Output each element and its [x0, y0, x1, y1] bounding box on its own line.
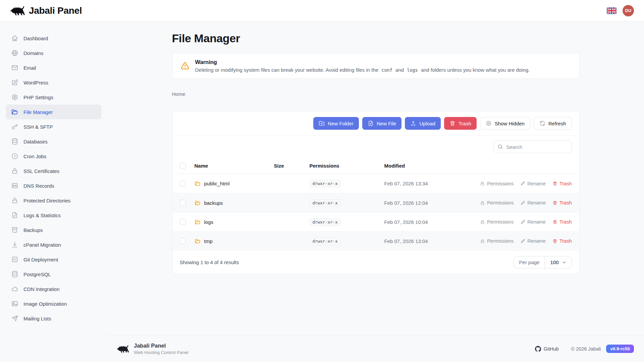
footer-tagline: Web Hosting Control Panel	[134, 350, 189, 355]
row-checkbox[interactable]	[180, 200, 186, 206]
table-header: Name Size Permissions Modified	[172, 158, 579, 174]
sidebar-item[interactable]: Domains	[6, 46, 101, 60]
sidebar-item[interactable]: DNS Records	[6, 178, 101, 193]
row-checkbox[interactable]	[180, 238, 186, 244]
uk-flag-icon[interactable]	[607, 7, 616, 14]
sidebar-item-label: Protected Directories	[23, 198, 70, 203]
file-name-cell[interactable]: public_html	[195, 180, 274, 187]
warning-title: Warning	[195, 59, 530, 65]
sidebar-item[interactable]: Cron Jobs	[6, 149, 101, 164]
sidebar-item[interactable]: File Manager	[6, 105, 101, 119]
row-checkbox[interactable]	[180, 181, 186, 187]
folder-plus-icon	[319, 120, 325, 126]
sidebar-item-label: SSH & SFTP	[23, 124, 53, 130]
permissions-action[interactable]: Permissions	[480, 238, 514, 244]
sidebar-item-label: PHP Settings	[23, 95, 53, 100]
image-icon	[11, 300, 18, 307]
sidebar-item[interactable]: Dashboard	[6, 31, 101, 46]
refresh-icon	[539, 120, 545, 126]
sidebar-item[interactable]: SSH & SFTP	[6, 119, 101, 134]
permissions-action[interactable]: Permissions	[480, 200, 514, 205]
trash-action[interactable]: Trash	[552, 200, 572, 205]
show-hidden-button[interactable]: Show Hidden	[480, 117, 530, 130]
row-actions: Permissions Rename Trash	[480, 238, 572, 244]
row-checkbox[interactable]	[180, 219, 186, 225]
sidebar-item[interactable]: Git Deployment	[6, 252, 101, 267]
sidebar-item-label: Mailing Lists	[23, 316, 51, 321]
sidebar-item[interactable]: Logs & Statistics	[6, 208, 101, 223]
file-name-cell[interactable]: backups	[195, 200, 274, 206]
breadcrumb[interactable]: Home	[172, 91, 185, 97]
column-name: Name	[195, 163, 274, 169]
sidebar-item[interactable]: Backups	[6, 223, 101, 237]
table-body: public_html drwxr-xr-x Feb 07, 2026 13:3…	[172, 174, 579, 250]
sidebar-item[interactable]: Image Optimization	[6, 296, 101, 311]
sidebar-item[interactable]: Mailing Lists	[6, 311, 101, 326]
per-page-select[interactable]: 100	[545, 256, 571, 268]
warning-banner: Warning Deleting or modifying system fil…	[172, 53, 580, 79]
sidebar-item[interactable]: Email	[6, 60, 101, 75]
file-name: backups	[204, 200, 223, 206]
trash-icon	[552, 200, 557, 205]
modified-date: Feb 07, 2026 12:04	[384, 200, 480, 206]
search-input[interactable]	[493, 140, 572, 153]
sidebar-item-label: SSL Certificates	[23, 168, 59, 174]
sidebar-item-label: Git Deployment	[23, 257, 58, 262]
version-badge: v0.9-rc55	[606, 345, 634, 353]
new-folder-button[interactable]: New Folder	[313, 117, 359, 130]
topbar-right: DU	[607, 5, 634, 16]
page-footer: Jabali Panel Web Hosting Control Panel G…	[107, 335, 644, 362]
lock-icon	[480, 239, 485, 244]
row-actions: Permissions Rename Trash	[480, 219, 572, 225]
gear-icon	[11, 94, 18, 101]
eye-icon	[486, 120, 492, 126]
row-actions: Permissions Rename Trash	[480, 200, 572, 205]
file-name-cell[interactable]: logs	[195, 219, 274, 225]
database-icon	[11, 270, 18, 278]
column-modified: Modified	[384, 163, 572, 169]
sidebar-item[interactable]: CDN Integration	[6, 282, 101, 296]
github-link[interactable]: GitHub	[535, 346, 559, 352]
sidebar-item-label: DNS Records	[23, 183, 54, 189]
sidebar-item[interactable]: cPanel Migration	[6, 237, 101, 252]
file-name-cell[interactable]: tmp	[195, 238, 274, 244]
sidebar-item[interactable]: PostgreSQL	[6, 267, 101, 282]
rename-action[interactable]: Rename	[520, 181, 546, 186]
refresh-button[interactable]: Refresh	[534, 117, 572, 130]
sidebar-item[interactable]: Databases	[6, 134, 101, 149]
sidebar-item[interactable]: PHP Settings	[6, 90, 101, 105]
sidebar-item-label: cPanel Migration	[23, 242, 61, 248]
sidebar-item[interactable]: WordPress	[6, 75, 101, 90]
permissions-action[interactable]: Permissions	[480, 219, 514, 225]
upload-button[interactable]: Upload	[405, 117, 441, 130]
rename-action[interactable]: Rename	[520, 238, 546, 244]
copyright: © 2026 Jabali	[571, 346, 601, 352]
lock-icon	[480, 200, 485, 205]
table-row: tmp drwxr-xr-x Feb 07, 2026 13:04 Permis…	[172, 231, 579, 250]
user-avatar[interactable]: DU	[623, 5, 634, 16]
mail-icon	[11, 64, 18, 71]
send-icon	[11, 315, 18, 322]
trash-action[interactable]: Trash	[552, 219, 572, 225]
permissions-badge: drwxr-xr-x	[310, 180, 341, 187]
permissions-action[interactable]: Permissions	[480, 181, 514, 186]
code-logs: logs	[405, 67, 420, 73]
file-name: public_html	[204, 181, 230, 186]
archive-icon	[11, 226, 18, 234]
trash-button[interactable]: Trash	[444, 117, 477, 130]
permissions-badge: drwxr-xr-x	[310, 218, 341, 226]
trash-action[interactable]: Trash	[552, 238, 572, 244]
trash-icon	[552, 181, 557, 186]
trash-action[interactable]: Trash	[552, 181, 572, 186]
select-all-checkbox[interactable]	[180, 163, 186, 169]
chevron-down-icon	[562, 260, 567, 265]
sidebar-item-label: Domains	[23, 50, 43, 56]
sidebar-item[interactable]: Protected Directories	[6, 193, 101, 208]
rename-action[interactable]: Rename	[520, 219, 546, 225]
rename-action[interactable]: Rename	[520, 200, 546, 205]
sidebar-item[interactable]: SSL Certificates	[6, 164, 101, 178]
sidebar-item-label: Logs & Statistics	[23, 213, 61, 218]
new-file-button[interactable]: New File	[362, 117, 401, 130]
key-icon	[11, 123, 18, 130]
results-summary: Showing 1 to 4 of 4 results	[180, 259, 239, 265]
